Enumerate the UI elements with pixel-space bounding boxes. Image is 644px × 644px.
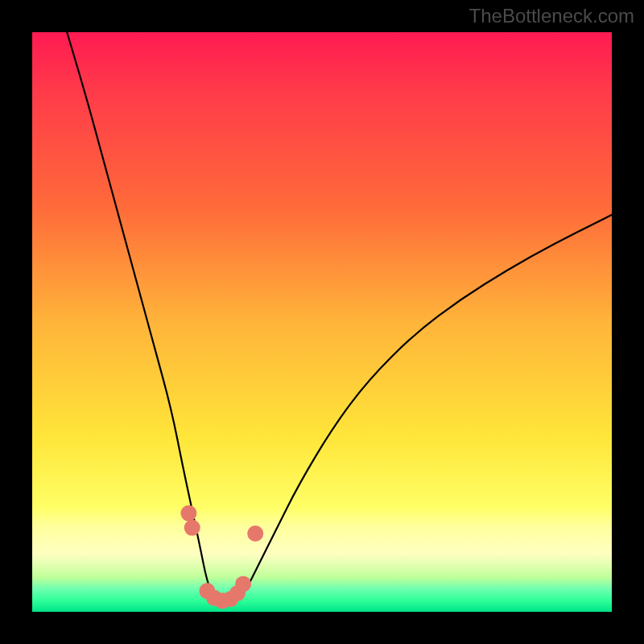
curve-marker	[235, 576, 251, 592]
curve-markers	[180, 506, 263, 609]
curve-marker	[180, 506, 196, 522]
bottleneck-curve	[67, 32, 612, 605]
watermark-text: TheBottleneck.com	[469, 5, 634, 27]
chart-frame: TheBottleneck.com	[0, 0, 644, 644]
chart-svg	[32, 32, 612, 612]
plot-area	[32, 32, 612, 612]
curve-marker	[247, 526, 263, 542]
curve-marker	[184, 520, 200, 536]
